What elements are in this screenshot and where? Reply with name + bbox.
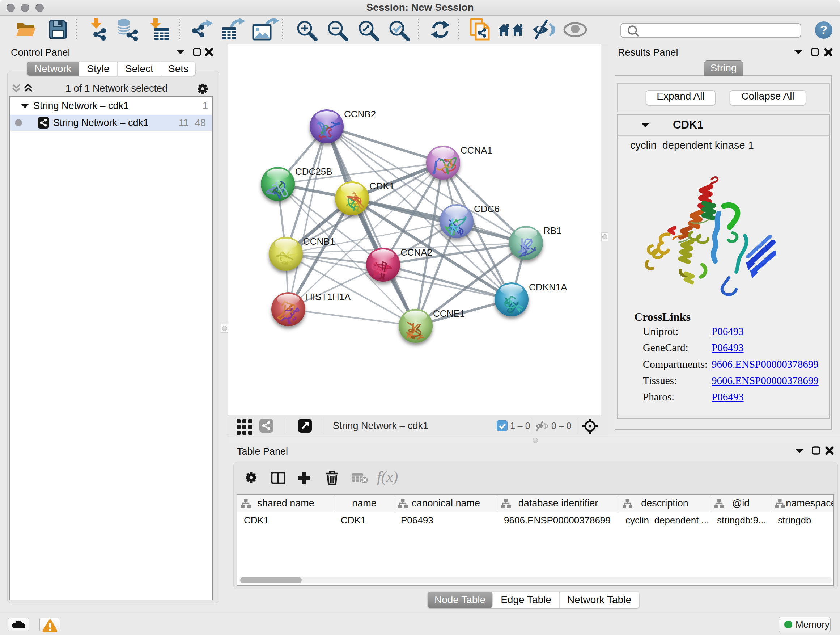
tab-string[interactable]: String [704,60,743,76]
crosslink-compartments-link[interactable]: 9606.ENSP00000378699 [712,358,819,371]
close-panel-icon[interactable] [826,49,831,55]
node-CCNA1[interactable]: CCNA1 [426,145,493,180]
tab-select[interactable]: Select [118,62,161,76]
right-splitter-handle[interactable] [601,233,608,241]
column-separator[interactable] [771,496,771,510]
tab-edge-table[interactable]: Edge Table [493,592,560,608]
network-row-selected[interactable]: String Network – cdk1 11 48 [10,115,212,131]
export-view-icon[interactable] [298,419,312,432]
node-CDKN1A[interactable]: CDKN1A [494,282,567,317]
edge-CCNE1-HIST1H1A[interactable] [288,309,416,326]
table-cell[interactable]: stringdb:9... [717,512,771,528]
column-header-shared-name[interactable]: shared name [237,495,334,511]
table-cell[interactable]: P06493 [401,512,497,528]
zoom-fit-button[interactable] [357,19,381,40]
export-image-button[interactable] [252,19,279,40]
export-network-button[interactable] [190,19,213,40]
selected-nodes-checkbox-icon[interactable] [497,420,508,431]
table-horizontal-scrollbar[interactable] [239,577,832,583]
table-settings-gear-icon[interactable] [245,471,257,484]
gene-section-header[interactable]: CDK1 [617,115,829,136]
crosslink-tissues-link[interactable]: 9606.ENSP00000378699 [712,375,819,386]
column-header-database-identifier[interactable]: database identifier [497,495,619,511]
float-menu-icon[interactable] [796,449,804,453]
import-network-database-button[interactable] [116,18,139,39]
column-header-name[interactable]: name [334,495,394,511]
search-input[interactable] [641,24,798,37]
share-network-icon[interactable] [259,419,273,432]
column-separator[interactable] [394,496,394,510]
column-separator[interactable] [497,496,497,510]
table-cell[interactable]: CDK1 [341,512,394,528]
column-separator[interactable] [334,496,334,510]
float-menu-icon[interactable] [177,50,185,54]
zoom-in-button[interactable] [295,19,319,40]
tab-sets[interactable]: Sets [161,62,195,76]
table-cell[interactable]: stringdb [778,512,834,528]
add-column-icon[interactable] [298,471,311,485]
warning-status-button[interactable] [39,618,60,631]
memory-button[interactable]: Memory [778,617,831,632]
horizontal-splitter[interactable] [228,437,840,443]
crosslink-pharos-link[interactable]: P06493 [712,391,744,403]
column-header-description[interactable]: description [619,495,711,511]
apply-layout-button[interactable] [431,19,450,40]
node-RB1[interactable]: RB1 [509,225,562,260]
horizontal-splitter-handle[interactable] [532,438,538,443]
node-CDC25B[interactable]: CDC25B [261,166,332,201]
table-cell[interactable]: 9606.ENSP00000378699 [504,512,619,528]
toggle-panes-icon[interactable] [271,472,286,484]
collapse-section-icon[interactable] [641,122,650,128]
crosslink-row: Compartments: 9606.ENSP00000378699 [643,358,707,375]
column-header-namespace[interactable]: namespace [771,495,834,511]
open-session-button[interactable] [15,19,36,41]
network-collection-row[interactable]: String Network – cdk1 1 [10,98,212,114]
zoom-selected-button[interactable] [387,19,411,40]
import-table-button[interactable] [149,18,170,39]
collapse-all-button[interactable]: Collapse All [729,90,806,105]
crosslink-genecard-link[interactable]: P06493 [712,342,744,354]
show-graphics-details-button[interactable] [563,21,587,42]
network-canvas[interactable]: CCNB2CCNA1CDC25BCDK1CDC6RB1CCNB1CCNA2CDK… [228,44,601,437]
expand-all-button[interactable]: Expand All [646,90,715,105]
float-menu-icon[interactable] [794,50,802,54]
network-graph[interactable]: CCNB2CCNA1CDC25BCDK1CDC6RB1CCNB1CCNA2CDK… [228,44,601,415]
tree-expand-icon[interactable] [21,103,29,109]
cloud-status-button[interactable] [8,618,29,631]
crosslink-uniprot-link[interactable]: P06493 [712,325,744,337]
zoom-out-button[interactable] [326,19,350,40]
left-splitter-handle[interactable] [221,324,228,333]
copy-button[interactable] [469,18,491,39]
column-header-canonical-name[interactable]: canonical name [394,495,497,511]
undock-icon[interactable] [813,447,819,454]
search-field[interactable] [621,23,801,38]
delete-column-trash-icon[interactable] [325,471,339,485]
fit-selected-crosshair-icon[interactable] [583,418,598,434]
help-button[interactable]: ? [815,21,833,39]
import-network-file-button[interactable] [88,18,109,39]
undock-icon[interactable] [812,49,818,55]
birdseye-grid-icon[interactable] [237,419,253,436]
undock-icon[interactable] [194,49,201,55]
close-panel-icon[interactable] [206,49,212,55]
tab-network[interactable]: Network [27,62,79,76]
column-header--id[interactable]: @id [711,495,771,511]
first-neighbors-button[interactable] [498,21,524,42]
close-panel-icon[interactable] [827,448,832,454]
table-cell[interactable]: cyclin–dependent ... [625,512,711,528]
hide-selected-button[interactable] [532,19,555,40]
column-separator[interactable] [710,496,711,510]
edge-CCNB2-CCNA1[interactable] [327,126,443,163]
node-HIST1H1A[interactable]: HIST1H1A [271,291,351,326]
save-session-button[interactable] [48,19,68,40]
function-builder-button[interactable]: f(x) [377,468,398,486]
delete-table-icon[interactable] [352,472,369,484]
scrollbar-thumb[interactable] [240,577,302,583]
tab-network-table[interactable]: Network Table [560,592,639,608]
table-cell[interactable]: CDK1 [244,512,334,528]
network-options-gear-icon[interactable] [196,82,209,95]
column-separator[interactable] [619,496,619,510]
tab-style[interactable]: Style [79,62,118,76]
export-table-button[interactable] [221,19,245,40]
tab-node-table[interactable]: Node Table [428,592,493,608]
